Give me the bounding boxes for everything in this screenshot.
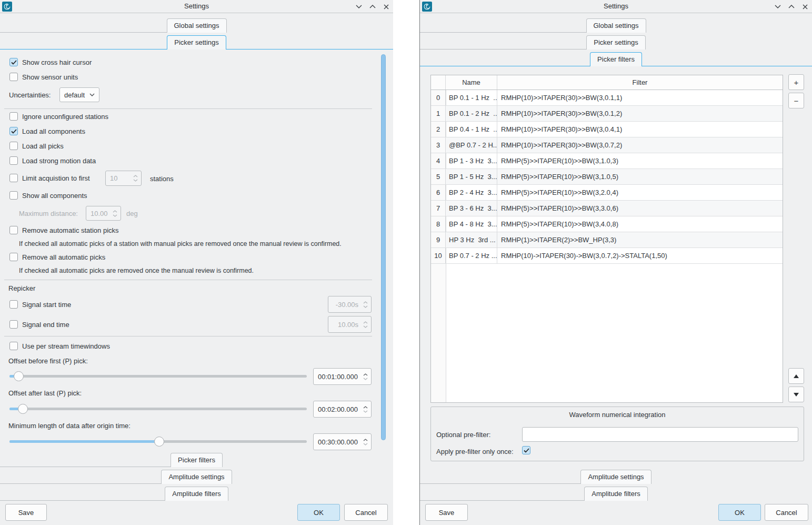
tab-global-settings[interactable]: Global settings [586, 18, 646, 33]
table-row[interactable]: 8 BP 4 - 8 Hz 3... RMHP(5)>>ITAPER(10)>>… [431, 216, 783, 232]
titlebar[interactable]: Settings [420, 0, 812, 13]
slider-handle[interactable] [18, 404, 28, 414]
maximize-icon[interactable] [788, 3, 795, 11]
table-row[interactable]: 4 BP 1 - 3 Hz 3... RMHP(5)>>ITAPER(10)>>… [431, 153, 783, 169]
row-filter-cell[interactable]: RMHP(5)>>ITAPER(10)>>BW(3,2.0,4) [497, 185, 783, 200]
tab-amplitude-settings[interactable]: Amplitude settings [580, 470, 651, 484]
row-filter-cell[interactable]: RMHP(10)>>ITAPER(30)>>BW(3,0.7,2) [497, 137, 783, 153]
row-filter-cell[interactable]: RMHP(10)>>ITAPER(30)>>BW(3,0.1,2) [497, 106, 783, 121]
uncertainties-select[interactable]: default [59, 87, 99, 102]
remove-station-picks-checkbox[interactable] [9, 226, 18, 234]
slider-track[interactable] [9, 375, 307, 378]
spinner-buttons[interactable] [362, 373, 369, 380]
row-name-cell[interactable]: @BP 0.7 - 2 H... [446, 137, 497, 153]
spinner-buttons[interactable] [111, 210, 118, 217]
table-row[interactable]: 9 HP 3 Hz 3rd ... RMHP(1)>>ITAPER(2)>>BW… [431, 232, 783, 248]
spinner-buttons[interactable] [362, 439, 369, 445]
show-cross-hair-checkbox[interactable] [9, 58, 18, 66]
row-name-cell[interactable]: BP 0.1 - 1 Hz ... [446, 90, 497, 105]
table-row[interactable]: 10 BP 0.7 - 2 Hz ... RMHP(10)->ITAPER(30… [431, 248, 783, 264]
table-row[interactable]: 0 BP 0.1 - 1 Hz ... RMHP(10)>>ITAPER(30)… [431, 90, 783, 106]
row-filter-cell[interactable]: RMHP(1)>>ITAPER(2)>>BW_HP(3,3) [497, 232, 783, 247]
cancel-button[interactable]: Cancel [765, 504, 808, 521]
row-name-cell[interactable]: BP 0.1 - 2 Hz ... [446, 106, 497, 121]
row-name-cell[interactable]: BP 4 - 8 Hz 3... [446, 216, 497, 232]
row-name-cell[interactable]: BP 1 - 3 Hz 3... [446, 153, 497, 169]
tab-amplitude-filters[interactable]: Amplitude filters [584, 487, 647, 501]
max-distance-spinbox[interactable]: 10.00 [86, 206, 121, 221]
show-all-components-checkbox[interactable] [9, 191, 18, 200]
load-all-picks-checkbox[interactable] [9, 142, 18, 150]
per-stream-checkbox[interactable] [9, 342, 18, 350]
ok-button[interactable]: OK [297, 504, 340, 521]
titlebar[interactable]: Settings [0, 0, 393, 13]
remove-all-picks-checkbox[interactable] [9, 253, 18, 261]
tab-amplitude-filters[interactable]: Amplitude filters [165, 487, 228, 501]
tab-amplitude-settings[interactable]: Amplitude settings [161, 470, 232, 484]
tab-global-settings[interactable]: Global settings [167, 18, 227, 33]
tab-picker-settings[interactable]: Picker settings [167, 35, 226, 49]
signal-end-checkbox[interactable] [9, 320, 18, 329]
offset-after-spinbox[interactable]: 00:02:00.000 [313, 401, 372, 418]
table-row[interactable]: 5 BP 1 - 5 Hz 3... RMHP(5)>>ITAPER(10)>>… [431, 169, 783, 185]
tab-picker-settings[interactable]: Picker settings [586, 35, 646, 49]
tab-picker-filters[interactable]: Picker filters [171, 453, 223, 467]
move-down-button[interactable] [788, 387, 804, 402]
minimize-icon[interactable] [355, 3, 363, 11]
load-strong-motion-checkbox[interactable] [9, 156, 18, 165]
row-name-cell[interactable]: BP 0.7 - 2 Hz ... [446, 248, 497, 263]
tab-picker-filters[interactable]: Picker filters [590, 52, 642, 66]
min-length-spinbox[interactable]: 00:30:00.000 [313, 433, 372, 450]
spinner-buttons[interactable] [362, 321, 369, 328]
spinner-buttons[interactable] [132, 175, 139, 182]
minimize-icon[interactable] [774, 3, 781, 11]
row-filter-cell[interactable]: RMHP(5)>>ITAPER(10)>>BW(3,4.0,8) [497, 216, 783, 232]
table-row[interactable]: 1 BP 0.1 - 2 Hz ... RMHP(10)>>ITAPER(30)… [431, 106, 783, 122]
min-length-slider[interactable] [9, 437, 307, 447]
ok-button[interactable]: OK [718, 504, 761, 521]
ignore-unconfigured-checkbox[interactable] [9, 112, 18, 121]
spinner-buttons[interactable] [362, 406, 369, 413]
row-filter-cell[interactable]: RMHP(5)>>ITAPER(10)>>BW(3,1.0,5) [497, 169, 783, 184]
filter-column-header[interactable]: Filter [497, 75, 783, 90]
save-button[interactable]: Save [5, 504, 47, 521]
move-up-button[interactable] [788, 368, 804, 384]
remove-filter-button[interactable]: − [788, 93, 804, 108]
prefilter-input[interactable] [522, 427, 798, 442]
table-row[interactable]: 7 BP 3 - 6 Hz 3... RMHP(5)>>ITAPER(10)>>… [431, 201, 783, 216]
row-name-cell[interactable]: BP 2 - 4 Hz 3... [446, 185, 497, 200]
load-all-components-checkbox[interactable] [9, 127, 18, 135]
row-filter-cell[interactable]: RMHP(10)>>ITAPER(30)>>BW(3,0.4,1) [497, 122, 783, 137]
signal-start-checkbox[interactable] [9, 300, 18, 309]
spinner-buttons[interactable] [362, 301, 369, 308]
slider-track[interactable] [9, 408, 307, 410]
signal-end-spinbox[interactable]: 10.00s [328, 316, 372, 333]
apply-once-checkbox[interactable] [522, 446, 530, 454]
row-name-cell[interactable]: BP 3 - 6 Hz 3... [446, 201, 497, 216]
offset-after-slider[interactable] [9, 404, 307, 414]
row-filter-cell[interactable]: RMHP(5)>>ITAPER(10)>>BW(3,3.0,6) [497, 201, 783, 216]
vertical-scrollbar[interactable] [381, 54, 386, 440]
limit-acquisition-checkbox[interactable] [9, 174, 18, 182]
name-column-header[interactable]: Name [446, 75, 497, 90]
signal-start-spinbox[interactable]: -30.00s [328, 296, 372, 313]
row-filter-cell[interactable]: RMHP(5)>>ITAPER(10)>>BW(3,1.0,3) [497, 153, 783, 169]
offset-before-spinbox[interactable]: 00:01:00.000 [313, 368, 372, 385]
row-name-cell[interactable]: BP 1 - 5 Hz 3... [446, 169, 497, 184]
stations-spinbox[interactable]: 10 [105, 171, 142, 186]
add-filter-button[interactable]: + [788, 74, 804, 90]
cancel-button[interactable]: Cancel [344, 504, 388, 521]
offset-before-slider[interactable] [9, 371, 307, 381]
table-row[interactable]: 6 BP 2 - 4 Hz 3... RMHP(5)>>ITAPER(10)>>… [431, 185, 783, 201]
row-filter-cell[interactable]: RMHP(10)>>ITAPER(30)>>BW(3,0.1,1) [497, 90, 783, 105]
slider-handle[interactable] [154, 437, 164, 447]
slider-handle[interactable] [14, 371, 24, 381]
maximize-icon[interactable] [369, 3, 376, 11]
table-row[interactable]: 2 BP 0.4 - 1 Hz ... RMHP(10)>>ITAPER(30)… [431, 122, 783, 137]
show-sensor-units-checkbox[interactable] [9, 73, 18, 81]
row-name-cell[interactable]: HP 3 Hz 3rd ... [446, 232, 497, 247]
close-icon[interactable] [383, 3, 390, 11]
close-icon[interactable] [801, 3, 809, 11]
table-row[interactable]: 3 @BP 0.7 - 2 H... RMHP(10)>>ITAPER(30)>… [431, 137, 783, 153]
row-name-cell[interactable]: BP 0.4 - 1 Hz ... [446, 122, 497, 137]
